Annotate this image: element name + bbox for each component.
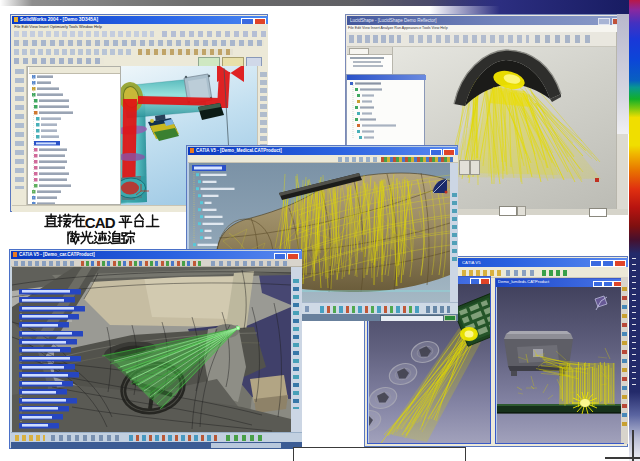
svg-text:CAD: CAD [85,214,116,231]
